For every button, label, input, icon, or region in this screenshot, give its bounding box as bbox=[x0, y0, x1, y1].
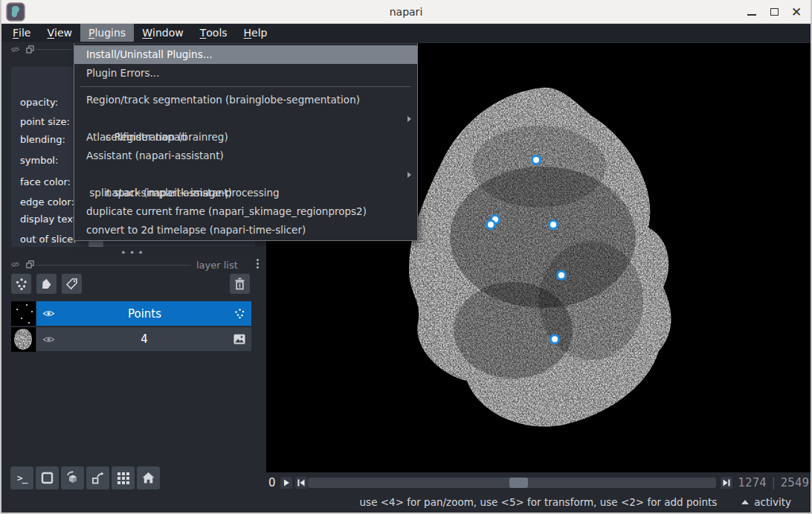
menu-separator bbox=[80, 86, 411, 87]
menu-view[interactable]: View bbox=[39, 24, 80, 42]
point-marker bbox=[486, 219, 496, 230]
layer-name: Points bbox=[55, 307, 234, 321]
transpose-icon bbox=[91, 471, 105, 485]
image-layer-thumbnail bbox=[11, 327, 36, 352]
eye-icon bbox=[42, 335, 55, 344]
transpose-dimensions-button[interactable] bbox=[86, 466, 109, 489]
float-dock-icon[interactable] bbox=[26, 260, 34, 269]
float-dock-icon[interactable] bbox=[26, 45, 34, 54]
edge-color-label: edge color: bbox=[20, 196, 74, 208]
image-layer-type-icon bbox=[233, 334, 245, 344]
visibility-toggle[interactable] bbox=[42, 335, 55, 344]
close-icon: ✕ bbox=[791, 4, 802, 19]
dock-splitter-handle[interactable]: ••• bbox=[120, 247, 146, 258]
layer-list-title: layer list bbox=[196, 260, 238, 271]
symbol-label: symbol: bbox=[20, 155, 58, 166]
plugins-dropdown-menu: Install/Uninstall Plugins... Plugin Erro… bbox=[74, 43, 418, 241]
home-icon bbox=[141, 471, 155, 485]
tag-icon bbox=[65, 277, 78, 290]
activity-label: activity bbox=[754, 496, 791, 508]
point-marker bbox=[550, 334, 560, 344]
point-marker bbox=[548, 219, 558, 230]
skip-end-icon bbox=[722, 478, 731, 487]
layer-list-header-line bbox=[36, 265, 191, 266]
dimension-index-label: 0 bbox=[268, 476, 276, 489]
brain-slice-image bbox=[402, 77, 678, 436]
out-of-slice-label: out of slice. bbox=[20, 234, 76, 245]
layer-row-image[interactable]: 4 bbox=[36, 327, 251, 351]
layer-list-dock-buttons bbox=[10, 260, 34, 269]
frame-slider-track[interactable] bbox=[308, 478, 716, 488]
point-size-label: point size: bbox=[20, 116, 70, 127]
visibility-toggle[interactable] bbox=[42, 309, 55, 318]
menu-file[interactable]: File bbox=[4, 24, 39, 42]
menu-item-cellfinder-napari[interactable]: cellfinder-napari bbox=[74, 109, 417, 128]
status-bar: use <4> for pan/zoom, use <5> for transf… bbox=[1, 493, 811, 513]
menu-item-split-stack[interactable]: split stack (napari-assistant) bbox=[74, 184, 417, 202]
console-button[interactable]: >_ bbox=[10, 466, 33, 489]
submenu-arrow-icon bbox=[407, 172, 411, 178]
layer-list-menu-icon[interactable] bbox=[257, 259, 259, 269]
napari-window: napari ✕ File View Plugins Window Tools … bbox=[0, 0, 812, 514]
points-icon bbox=[15, 277, 28, 291]
menu-item-plugin-errors[interactable]: Plugin Errors... bbox=[74, 64, 417, 83]
delete-layer-button[interactable] bbox=[230, 274, 250, 294]
close-button[interactable]: ✕ bbox=[790, 5, 803, 19]
menu-window[interactable]: Window bbox=[134, 24, 192, 42]
skip-to-start-button[interactable] bbox=[295, 477, 307, 489]
menu-item-install-uninstall[interactable]: Install/Uninstall Plugins... bbox=[74, 45, 417, 64]
trash-icon bbox=[233, 277, 246, 290]
menu-help[interactable]: Help bbox=[236, 24, 276, 42]
home-button[interactable] bbox=[137, 466, 160, 489]
opacity-label: opacity: bbox=[20, 97, 58, 108]
menu-item-convert-2d-timelapse[interactable]: convert to 2d timelapse (napari-time-sli… bbox=[74, 221, 417, 240]
point-marker bbox=[531, 155, 541, 165]
maximize-button[interactable] bbox=[767, 5, 781, 19]
activity-toggle[interactable]: activity bbox=[741, 496, 791, 508]
menubar: File View Plugins Window Tools Help bbox=[1, 24, 811, 42]
window-title: napari bbox=[1, 6, 811, 18]
grid-view-button[interactable] bbox=[112, 466, 135, 489]
menu-item-assistant[interactable]: Assistant (napari-assistant) bbox=[74, 147, 417, 165]
frame-separator: | bbox=[772, 476, 776, 489]
minimize-icon bbox=[747, 14, 756, 16]
maximize-icon bbox=[770, 8, 779, 16]
current-frame: 1274 bbox=[738, 476, 767, 489]
out-of-slice-checkbox[interactable] bbox=[88, 240, 103, 247]
new-shapes-layer-button[interactable] bbox=[36, 274, 57, 294]
total-frames: 2549 bbox=[781, 476, 809, 489]
frame-slider-handle[interactable] bbox=[509, 478, 528, 488]
blending-label: blending: bbox=[20, 134, 65, 145]
square-2d-icon bbox=[40, 471, 54, 485]
menu-item-simpleitk[interactable]: napari-simpleitk-image-processing bbox=[74, 165, 417, 184]
new-labels-layer-button[interactable] bbox=[62, 274, 82, 294]
minimize-button[interactable] bbox=[745, 5, 758, 19]
skip-to-end-button[interactable] bbox=[721, 477, 732, 489]
shapes-icon bbox=[40, 277, 53, 290]
grid-icon bbox=[117, 472, 130, 485]
toggle-ndisplay-button[interactable] bbox=[36, 466, 59, 489]
layer-row-points[interactable]: Points bbox=[36, 301, 251, 326]
skip-start-icon bbox=[297, 478, 306, 487]
roll-dimensions-button[interactable] bbox=[61, 466, 84, 489]
menu-tools[interactable]: Tools bbox=[192, 24, 236, 42]
caret-up-icon bbox=[741, 500, 749, 504]
hide-dock-icon[interactable] bbox=[10, 261, 20, 268]
face-color-label: face color: bbox=[20, 176, 71, 187]
menu-item-atlas-registration[interactable]: Atlas Registration (brainreg) bbox=[74, 128, 417, 147]
point-marker bbox=[556, 270, 567, 280]
play-icon bbox=[282, 478, 291, 487]
eye-icon bbox=[42, 309, 55, 318]
console-icon: >_ bbox=[17, 472, 28, 484]
hide-dock-icon[interactable] bbox=[10, 46, 20, 53]
submenu-arrow-icon bbox=[407, 116, 411, 122]
layer-name: 4 bbox=[55, 333, 233, 346]
menu-item-duplicate-frame[interactable]: duplicate current frame (napari_skimage_… bbox=[74, 202, 417, 221]
menu-plugins[interactable]: Plugins bbox=[80, 24, 134, 42]
play-button[interactable] bbox=[280, 477, 292, 489]
layer-controls-dock-buttons bbox=[10, 45, 34, 54]
menu-item-region-track-segmentation[interactable]: Region/track segmentation (brainglobe-se… bbox=[74, 91, 417, 109]
points-layer-thumbnail bbox=[11, 301, 36, 326]
cube-roll-icon bbox=[65, 470, 80, 486]
new-points-layer-button[interactable] bbox=[11, 274, 31, 294]
